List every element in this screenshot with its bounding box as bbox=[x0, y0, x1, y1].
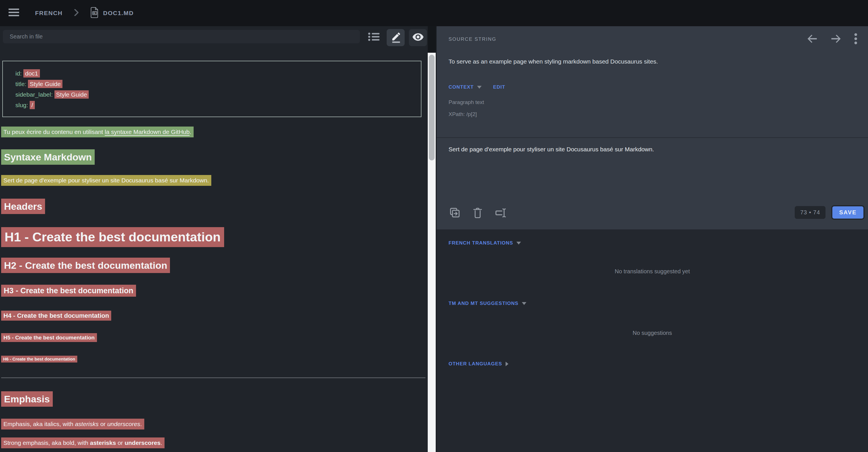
doc-string[interactable]: H6 - Create the best documentation bbox=[1, 356, 77, 362]
frontmatter-string[interactable]: Style Guide bbox=[28, 80, 62, 88]
tm-mt-suggestions-section[interactable]: TM AND MT SUGGESTIONS bbox=[448, 301, 526, 306]
editor-toolbar: 73 • 74 SAVE bbox=[437, 205, 868, 222]
doc-block-p: Strong emphasis, aka bold, with asterisk… bbox=[1, 438, 164, 448]
frontmatter-string[interactable]: Style Guide bbox=[55, 90, 89, 99]
rename-key-icon[interactable] bbox=[495, 207, 507, 219]
context-row: CONTEXT EDIT bbox=[448, 84, 505, 90]
document-scrollbar[interactable] bbox=[428, 53, 436, 452]
doc-block-p: Sert de page d'exemple pour styliser un … bbox=[1, 175, 211, 186]
doc-block-h6: H6 - Create the best documentation bbox=[1, 356, 77, 362]
doc-text-segment: Emphasis bbox=[4, 394, 50, 405]
doc-string[interactable]: Sert de page d'exemple pour styliser un … bbox=[1, 175, 211, 186]
pencil-icon bbox=[391, 32, 401, 44]
doc-block-h4: H4 - Create the best documentation bbox=[1, 311, 111, 321]
doc-text-segment: Headers bbox=[4, 201, 42, 212]
menu-icon[interactable] bbox=[8, 8, 19, 16]
string-list-icon[interactable] bbox=[367, 31, 381, 43]
more-options-icon[interactable] bbox=[854, 33, 858, 44]
section-divider bbox=[437, 137, 868, 138]
doc-string[interactable]: Emphasis, aka italics, with asterisks or… bbox=[1, 419, 144, 429]
frontmatter-line: title: Style Guide bbox=[16, 79, 415, 89]
doc-text-segment: underscores bbox=[107, 421, 140, 427]
doc-string[interactable]: H1 - Create the best documentation bbox=[1, 227, 224, 247]
doc-string[interactable]: Tu peux écrire du contenu en utilisant l… bbox=[1, 127, 194, 137]
doc-text-segment: H3 - Create the best documentation bbox=[4, 286, 133, 295]
doc-block-h2: Emphasis bbox=[1, 391, 53, 407]
translation-panel: SOURCE STRING To serve as an example pag… bbox=[437, 26, 868, 452]
doc-text-segment: Syntaxe Markdown bbox=[4, 152, 92, 162]
frontmatter-line: sidebar_label: Style Guide bbox=[16, 89, 415, 100]
horizontal-rule bbox=[1, 377, 426, 378]
doc-text-segment: . bbox=[140, 421, 142, 427]
doc-string[interactable]: H4 - Create the best documentation bbox=[1, 311, 111, 321]
context-toggle[interactable]: CONTEXT bbox=[448, 84, 474, 90]
file-toolbar bbox=[0, 26, 428, 51]
doc-text-segment: or bbox=[116, 440, 125, 446]
edit-context-button[interactable]: EDIT bbox=[493, 84, 505, 90]
scrollbar-thumb[interactable] bbox=[429, 55, 435, 160]
save-button[interactable]: SAVE bbox=[831, 205, 865, 220]
frontmatter-key: sidebar_label: bbox=[16, 91, 55, 98]
other-languages-section[interactable]: OTHER LANGUAGES bbox=[448, 361, 508, 367]
search-box bbox=[3, 30, 360, 43]
doc-text-segment: H2 - Create the best documentation bbox=[4, 260, 167, 271]
doc-text-segment: Strong emphasis, aka bold, with bbox=[3, 440, 90, 446]
doc-block-h1: H1 - Create the best documentation bbox=[1, 227, 224, 247]
doc-string[interactable]: Syntaxe Markdown bbox=[1, 149, 95, 165]
doc-text-segment: H4 - Create the best documentation bbox=[3, 312, 109, 319]
context-xpath: XPath: /p[2] bbox=[448, 111, 477, 118]
markdown-file-icon: M↓ bbox=[90, 7, 99, 20]
chevron-right-icon bbox=[73, 9, 79, 17]
document-panel: id: doc1title: Style Guidesidebar_label:… bbox=[0, 26, 428, 452]
doc-link: la syntaxe Markdown de GitHub bbox=[105, 129, 190, 135]
doc-string[interactable]: H3 - Create the best documentation bbox=[1, 285, 136, 297]
doc-string[interactable]: Emphasis bbox=[1, 391, 53, 407]
document-content: id: doc1title: Style Guidesidebar_label:… bbox=[0, 61, 428, 448]
string-navigation bbox=[807, 33, 858, 44]
doc-text-segment: Tu peux écrire du contenu en utilisant bbox=[3, 129, 105, 135]
doc-text-segment: underscores bbox=[125, 440, 160, 446]
svg-text:M↓: M↓ bbox=[93, 12, 96, 14]
doc-string[interactable]: H5 - Create the best documentation bbox=[1, 333, 97, 342]
translation-editor[interactable]: Sert de page d'exemple pour styliser un … bbox=[448, 146, 857, 153]
frontmatter-box: id: doc1title: Style Guidesidebar_label:… bbox=[2, 61, 422, 117]
doc-block-h2: Headers bbox=[1, 199, 45, 214]
chevron-right-icon bbox=[505, 362, 508, 366]
source-text: To serve as an example page when styling… bbox=[448, 58, 658, 65]
doc-string[interactable]: Headers bbox=[1, 199, 45, 214]
context-type: Paragraph text bbox=[448, 99, 484, 105]
app-window: FRENCH M↓ DOC1.MD bbox=[0, 0, 868, 452]
frontmatter-line: id: doc1 bbox=[16, 68, 415, 79]
doc-text-segment: Emphasis, aka italics, with bbox=[3, 421, 75, 427]
preview-mode-button[interactable] bbox=[409, 29, 427, 46]
suggestions-area: FRENCH TRANSLATIONS No translations sugg… bbox=[437, 229, 868, 452]
doc-block-h3: H3 - Create the best documentation bbox=[1, 285, 136, 297]
breadcrumb: FRENCH M↓ DOC1.MD bbox=[35, 0, 134, 26]
no-suggestions-message: No suggestions bbox=[437, 330, 868, 336]
chevron-down-icon bbox=[517, 242, 521, 245]
breadcrumb-file[interactable]: M↓ DOC1.MD bbox=[90, 7, 134, 20]
doc-text-segment: H5 - Create the best documentation bbox=[3, 334, 95, 341]
delete-translation-icon[interactable] bbox=[473, 207, 482, 219]
breadcrumb-project[interactable]: FRENCH bbox=[35, 10, 63, 17]
edit-mode-button[interactable] bbox=[387, 29, 405, 46]
french-translations-section[interactable]: FRENCH TRANSLATIONS bbox=[448, 240, 521, 246]
chevron-down-icon bbox=[477, 86, 482, 89]
insert-source-text-icon[interactable] bbox=[449, 207, 461, 219]
frontmatter-key: id: bbox=[16, 70, 23, 77]
doc-block-p: Tu peux écrire du contenu en utilisant l… bbox=[1, 127, 194, 137]
top-bar: FRENCH M↓ DOC1.MD bbox=[0, 0, 868, 26]
next-string-icon[interactable] bbox=[830, 34, 841, 43]
doc-string[interactable]: H2 - Create the best documentation bbox=[1, 258, 170, 273]
doc-text-segment: asterisks bbox=[90, 440, 116, 446]
doc-block-h2: Syntaxe Markdown bbox=[1, 149, 95, 165]
previous-string-icon[interactable] bbox=[807, 34, 818, 43]
doc-string[interactable]: Strong emphasis, aka bold, with asterisk… bbox=[1, 438, 164, 448]
frontmatter-string[interactable]: / bbox=[30, 101, 35, 109]
eye-icon bbox=[412, 32, 424, 43]
frontmatter-key: slug: bbox=[16, 102, 30, 108]
doc-text-segment: H1 - Create the best documentation bbox=[5, 230, 221, 244]
chevron-down-icon bbox=[522, 302, 526, 305]
frontmatter-string[interactable]: doc1 bbox=[23, 69, 40, 77]
search-input[interactable] bbox=[3, 30, 360, 43]
